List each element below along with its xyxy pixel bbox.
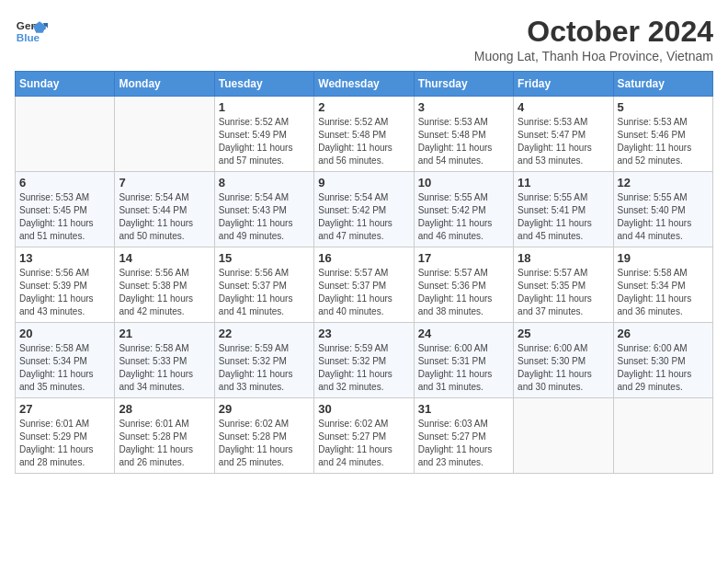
- calendar-body: 1Sunrise: 5:52 AM Sunset: 5:49 PM Daylig…: [16, 97, 713, 474]
- title-section: October 2024 Muong Lat, Thanh Hoa Provin…: [474, 15, 713, 63]
- day-info: Sunrise: 6:03 AM Sunset: 5:27 PM Dayligh…: [418, 418, 509, 469]
- day-info: Sunrise: 5:57 AM Sunset: 5:37 PM Dayligh…: [318, 267, 409, 318]
- day-number: 13: [19, 251, 110, 265]
- day-number: 3: [418, 100, 509, 114]
- calendar-cell: 21Sunrise: 5:58 AM Sunset: 5:33 PM Dayli…: [115, 323, 214, 398]
- calendar-cell: 23Sunrise: 5:59 AM Sunset: 5:32 PM Dayli…: [314, 323, 414, 398]
- day-info: Sunrise: 5:59 AM Sunset: 5:32 PM Dayligh…: [318, 342, 409, 394]
- location-subtitle: Muong Lat, Thanh Hoa Province, Vietnam: [474, 49, 713, 63]
- weekday-header-friday: Friday: [514, 72, 613, 97]
- day-info: Sunrise: 5:54 AM Sunset: 5:44 PM Dayligh…: [119, 191, 210, 243]
- calendar-week-1: 1Sunrise: 5:52 AM Sunset: 5:49 PM Daylig…: [16, 97, 713, 172]
- day-number: 5: [618, 100, 709, 114]
- day-number: 15: [219, 251, 310, 265]
- day-number: 31: [418, 402, 509, 416]
- day-number: 25: [518, 327, 609, 340]
- day-number: 22: [219, 327, 310, 340]
- day-number: 8: [219, 176, 310, 190]
- day-number: 18: [518, 251, 609, 265]
- day-number: 24: [418, 327, 509, 340]
- calendar-cell: 8Sunrise: 5:54 AM Sunset: 5:43 PM Daylig…: [214, 172, 313, 247]
- day-number: 9: [318, 176, 409, 190]
- calendar-cell: 14Sunrise: 5:56 AM Sunset: 5:38 PM Dayli…: [115, 247, 214, 323]
- calendar-cell: 7Sunrise: 5:54 AM Sunset: 5:44 PM Daylig…: [115, 172, 214, 247]
- day-number: 4: [518, 100, 609, 114]
- day-number: 21: [119, 327, 210, 340]
- calendar-cell: 4Sunrise: 5:53 AM Sunset: 5:47 PM Daylig…: [514, 97, 613, 172]
- calendar-cell: 12Sunrise: 5:55 AM Sunset: 5:40 PM Dayli…: [613, 172, 712, 247]
- day-info: Sunrise: 6:02 AM Sunset: 5:28 PM Dayligh…: [219, 418, 310, 469]
- calendar-cell: 24Sunrise: 6:00 AM Sunset: 5:31 PM Dayli…: [414, 323, 513, 398]
- day-info: Sunrise: 5:52 AM Sunset: 5:48 PM Dayligh…: [318, 116, 409, 167]
- day-number: 6: [19, 176, 110, 190]
- calendar-cell: 11Sunrise: 5:55 AM Sunset: 5:41 PM Dayli…: [514, 172, 613, 247]
- calendar-cell: [613, 398, 712, 474]
- calendar-week-2: 6Sunrise: 5:53 AM Sunset: 5:45 PM Daylig…: [16, 172, 713, 247]
- calendar-cell: 6Sunrise: 5:53 AM Sunset: 5:45 PM Daylig…: [16, 172, 115, 247]
- day-info: Sunrise: 5:54 AM Sunset: 5:43 PM Dayligh…: [219, 191, 310, 243]
- day-number: 27: [19, 402, 110, 416]
- calendar-cell: 26Sunrise: 6:00 AM Sunset: 5:30 PM Dayli…: [613, 323, 712, 398]
- calendar-cell: 25Sunrise: 6:00 AM Sunset: 5:30 PM Dayli…: [514, 323, 613, 398]
- day-number: 7: [119, 176, 210, 190]
- page-header: General Blue October 2024 Muong Lat, Tha…: [15, 15, 713, 63]
- logo-icon: General Blue: [15, 15, 48, 48]
- logo: General Blue: [15, 15, 48, 48]
- calendar-cell: 9Sunrise: 5:54 AM Sunset: 5:42 PM Daylig…: [314, 172, 414, 247]
- calendar-cell: [16, 97, 115, 172]
- calendar-cell: 19Sunrise: 5:58 AM Sunset: 5:34 PM Dayli…: [613, 247, 712, 323]
- day-info: Sunrise: 5:57 AM Sunset: 5:36 PM Dayligh…: [418, 267, 509, 318]
- day-number: 2: [318, 100, 409, 114]
- calendar-header: SundayMondayTuesdayWednesdayThursdayFrid…: [16, 72, 713, 97]
- day-info: Sunrise: 5:56 AM Sunset: 5:37 PM Dayligh…: [219, 267, 310, 318]
- day-info: Sunrise: 6:00 AM Sunset: 5:31 PM Dayligh…: [418, 342, 509, 394]
- calendar-cell: 17Sunrise: 5:57 AM Sunset: 5:36 PM Dayli…: [414, 247, 513, 323]
- day-info: Sunrise: 5:58 AM Sunset: 5:34 PM Dayligh…: [618, 267, 709, 318]
- day-info: Sunrise: 5:53 AM Sunset: 5:47 PM Dayligh…: [518, 116, 609, 167]
- calendar-cell: 16Sunrise: 5:57 AM Sunset: 5:37 PM Dayli…: [314, 247, 414, 323]
- day-info: Sunrise: 5:54 AM Sunset: 5:42 PM Dayligh…: [318, 191, 409, 243]
- day-info: Sunrise: 5:55 AM Sunset: 5:40 PM Dayligh…: [618, 191, 709, 243]
- day-info: Sunrise: 5:56 AM Sunset: 5:39 PM Dayligh…: [19, 267, 110, 318]
- calendar-cell: 2Sunrise: 5:52 AM Sunset: 5:48 PM Daylig…: [314, 97, 414, 172]
- calendar-cell: 3Sunrise: 5:53 AM Sunset: 5:48 PM Daylig…: [414, 97, 513, 172]
- calendar-week-3: 13Sunrise: 5:56 AM Sunset: 5:39 PM Dayli…: [16, 247, 713, 323]
- calendar-cell: 20Sunrise: 5:58 AM Sunset: 5:34 PM Dayli…: [16, 323, 115, 398]
- calendar-week-5: 27Sunrise: 6:01 AM Sunset: 5:29 PM Dayli…: [16, 398, 713, 474]
- day-info: Sunrise: 6:00 AM Sunset: 5:30 PM Dayligh…: [618, 342, 709, 394]
- day-number: 17: [418, 251, 509, 265]
- calendar-cell: 27Sunrise: 6:01 AM Sunset: 5:29 PM Dayli…: [16, 398, 115, 474]
- day-info: Sunrise: 5:59 AM Sunset: 5:32 PM Dayligh…: [219, 342, 310, 394]
- calendar-cell: 29Sunrise: 6:02 AM Sunset: 5:28 PM Dayli…: [214, 398, 313, 474]
- day-number: 20: [19, 327, 110, 340]
- calendar-table: SundayMondayTuesdayWednesdayThursdayFrid…: [15, 71, 713, 474]
- calendar-cell: 31Sunrise: 6:03 AM Sunset: 5:27 PM Dayli…: [414, 398, 513, 474]
- calendar-cell: 22Sunrise: 5:59 AM Sunset: 5:32 PM Dayli…: [214, 323, 313, 398]
- day-number: 12: [618, 176, 709, 190]
- calendar-week-4: 20Sunrise: 5:58 AM Sunset: 5:34 PM Dayli…: [16, 323, 713, 398]
- day-info: Sunrise: 5:57 AM Sunset: 5:35 PM Dayligh…: [518, 267, 609, 318]
- weekday-header-monday: Monday: [115, 72, 214, 97]
- day-info: Sunrise: 6:01 AM Sunset: 5:28 PM Dayligh…: [119, 418, 210, 469]
- weekday-header-row: SundayMondayTuesdayWednesdayThursdayFrid…: [16, 72, 713, 97]
- calendar-cell: 28Sunrise: 6:01 AM Sunset: 5:28 PM Dayli…: [115, 398, 214, 474]
- calendar-cell: 30Sunrise: 6:02 AM Sunset: 5:27 PM Dayli…: [314, 398, 414, 474]
- day-number: 23: [318, 327, 409, 340]
- day-info: Sunrise: 6:00 AM Sunset: 5:30 PM Dayligh…: [518, 342, 609, 394]
- day-info: Sunrise: 5:56 AM Sunset: 5:38 PM Dayligh…: [119, 267, 210, 318]
- day-info: Sunrise: 5:53 AM Sunset: 5:46 PM Dayligh…: [618, 116, 709, 167]
- calendar-cell: 15Sunrise: 5:56 AM Sunset: 5:37 PM Dayli…: [214, 247, 313, 323]
- day-info: Sunrise: 5:55 AM Sunset: 5:41 PM Dayligh…: [518, 191, 609, 243]
- day-info: Sunrise: 5:55 AM Sunset: 5:42 PM Dayligh…: [418, 191, 509, 243]
- weekday-header-thursday: Thursday: [414, 72, 513, 97]
- day-info: Sunrise: 5:53 AM Sunset: 5:48 PM Dayligh…: [418, 116, 509, 167]
- day-number: 16: [318, 251, 409, 265]
- day-number: 11: [518, 176, 609, 190]
- day-number: 26: [618, 327, 709, 340]
- day-number: 28: [119, 402, 210, 416]
- calendar-cell: [514, 398, 613, 474]
- weekday-header-tuesday: Tuesday: [214, 72, 313, 97]
- day-number: 14: [119, 251, 210, 265]
- calendar-cell: [115, 97, 214, 172]
- calendar-cell: 10Sunrise: 5:55 AM Sunset: 5:42 PM Dayli…: [414, 172, 513, 247]
